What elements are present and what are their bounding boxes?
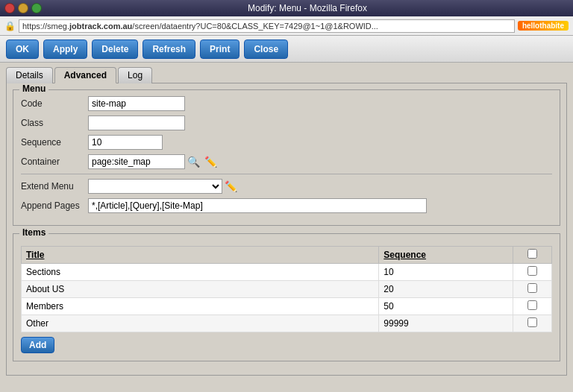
hello-badge: hellothabite	[518, 21, 569, 31]
tab-details[interactable]: Details	[6, 67, 53, 83]
print-button[interactable]: Print	[200, 39, 239, 59]
row-title: Sections	[22, 264, 379, 281]
content-area: Details Advanced Log Menu Code Class	[0, 63, 573, 392]
row-sequence: 20	[379, 281, 513, 298]
lock-icon: 🔒	[4, 21, 16, 31]
row-checkbox-cell[interactable]	[513, 298, 552, 315]
container-search-button[interactable]: 🔍	[185, 155, 202, 168]
append-pages-label: Append Pages	[21, 200, 88, 211]
table-row: Sections 10	[22, 264, 552, 281]
window-maximize-button[interactable]	[31, 3, 42, 13]
row-checkbox[interactable]	[527, 300, 537, 310]
window-close-button[interactable]	[4, 3, 15, 13]
row-sequence: 10	[379, 264, 513, 281]
sequence-input[interactable]	[88, 135, 163, 150]
separator	[21, 174, 552, 174]
append-pages-input[interactable]	[88, 198, 427, 213]
col-sequence[interactable]: Sequence	[379, 247, 513, 264]
extend-menu-row: Extend Menu ✏️	[21, 179, 552, 194]
tab-advanced[interactable]: Advanced	[54, 67, 116, 83]
sequence-row: Sequence	[21, 135, 552, 150]
code-input[interactable]	[88, 96, 185, 111]
row-sequence: 99999	[379, 315, 513, 332]
items-group: Items Title Sequence Sections 10	[13, 233, 560, 361]
col-title[interactable]: Title	[22, 247, 379, 264]
row-title: Other	[22, 315, 379, 332]
items-legend: Items	[19, 227, 48, 238]
refresh-button[interactable]: Refresh	[143, 39, 195, 59]
extend-menu-edit-button[interactable]: ✏️	[222, 180, 239, 193]
row-checkbox[interactable]	[527, 317, 537, 327]
col-checkbox-header[interactable]	[513, 247, 552, 264]
append-pages-row: Append Pages	[21, 198, 552, 213]
menu-legend: Menu	[19, 83, 48, 94]
titlebar: Modify: Menu - Mozilla Firefox	[0, 0, 573, 16]
url-prefix: https://smeg.	[22, 22, 69, 31]
row-checkbox[interactable]	[527, 266, 537, 276]
apply-button[interactable]: Apply	[43, 39, 87, 59]
window-controls[interactable]	[4, 3, 42, 13]
table-row: Members 50	[22, 298, 552, 315]
container-row: Container 🔍 ✏️	[21, 154, 552, 169]
url-bar[interactable]: https://smeg.jobtrack.com.au/screen/data…	[19, 19, 515, 33]
row-checkbox-cell[interactable]	[513, 281, 552, 298]
ok-button[interactable]: OK	[6, 39, 39, 59]
close-button[interactable]: Close	[244, 39, 288, 59]
row-title: About US	[22, 281, 379, 298]
addressbar: 🔒 https://smeg.jobtrack.com.au/screen/da…	[0, 16, 573, 36]
add-button[interactable]: Add	[21, 337, 54, 353]
url-domain: jobtrack.com.au	[69, 22, 132, 31]
row-checkbox-cell[interactable]	[513, 315, 552, 332]
table-row: About US 20	[22, 281, 552, 298]
table-row: Other 99999	[22, 315, 552, 332]
tab-log[interactable]: Log	[118, 67, 152, 83]
url-suffix: /screen/dataentry?UC=80&CLASS_KEY=7429@1…	[132, 22, 378, 31]
delete-button[interactable]: Delete	[92, 39, 138, 59]
code-label: Code	[21, 98, 88, 109]
menu-group: Menu Code Class Sequence Container 🔍	[13, 89, 560, 226]
code-row: Code	[21, 96, 552, 111]
sequence-label: Sequence	[21, 137, 88, 148]
extend-menu-label: Extend Menu	[21, 181, 88, 192]
items-table: Title Sequence Sections 10 About US	[21, 246, 552, 332]
extend-menu-select[interactable]	[88, 179, 222, 194]
class-label: Class	[21, 118, 88, 128]
toolbar: OK Apply Delete Refresh Print Close	[0, 36, 573, 63]
container-edit-button[interactable]: ✏️	[202, 155, 219, 168]
class-row: Class	[21, 116, 552, 130]
tab-bar: Details Advanced Log	[6, 67, 567, 83]
container-input[interactable]	[88, 154, 185, 169]
select-all-checkbox[interactable]	[527, 249, 537, 259]
container-label: Container	[21, 157, 88, 167]
row-checkbox-cell[interactable]	[513, 264, 552, 281]
class-input[interactable]	[88, 116, 185, 130]
window-minimize-button[interactable]	[18, 3, 28, 13]
row-sequence: 50	[379, 298, 513, 315]
main-panel: Menu Code Class Sequence Container 🔍	[6, 83, 567, 376]
window-title: Modify: Menu - Mozilla Firefox	[46, 3, 569, 13]
row-checkbox[interactable]	[527, 283, 537, 293]
row-title: Members	[22, 298, 379, 315]
